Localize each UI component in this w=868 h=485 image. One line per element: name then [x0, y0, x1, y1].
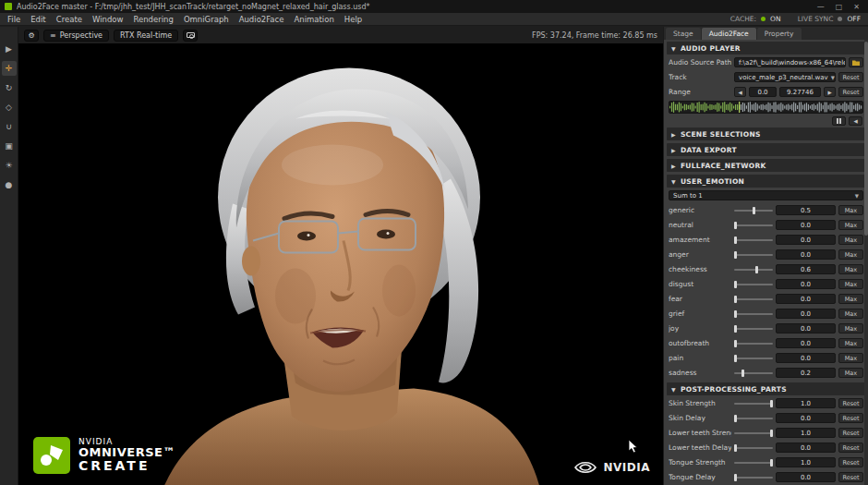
post-skin-delay-slider[interactable] — [734, 413, 773, 423]
range-reset-button[interactable]: Reset — [838, 87, 863, 97]
scale-tool-icon[interactable]: ◇ — [2, 100, 17, 115]
browse-folder-button[interactable] — [849, 57, 863, 67]
tab-stage[interactable]: Stage — [666, 28, 701, 40]
emotion-fear-slider[interactable] — [734, 294, 773, 304]
emotion-value[interactable]: 0.0 — [776, 294, 836, 304]
range-end-value[interactable]: 9.27746 — [779, 87, 821, 97]
section-header-user-emotion[interactable]: ▼ USER_EMOTION — [667, 175, 865, 188]
max-button[interactable]: Max — [838, 264, 863, 274]
emotion-value[interactable]: 0.0 — [776, 338, 836, 348]
post-param-value[interactable]: 0.0 — [776, 413, 836, 423]
reset-button[interactable]: Reset — [838, 413, 863, 423]
slider-handle[interactable] — [734, 415, 737, 422]
post-lower-teeth-strength-slider[interactable] — [734, 428, 773, 438]
reset-button[interactable]: Reset — [838, 428, 863, 438]
cache-value[interactable]: ON — [770, 15, 781, 23]
max-button[interactable]: Max — [838, 309, 863, 319]
max-button[interactable]: Max — [838, 249, 863, 260]
maximize-button[interactable]: □ — [836, 3, 843, 11]
audio-waveform[interactable] — [669, 101, 863, 114]
livesync-value[interactable]: OFF — [847, 15, 861, 23]
3d-viewport[interactable]: ⚙ ≡ Perspective RTX Real-time FPS: 37.24… — [18, 27, 663, 485]
minimize-button[interactable]: — — [817, 3, 825, 11]
slider-handle[interactable] — [770, 430, 773, 437]
close-button[interactable]: ✕ — [853, 3, 860, 11]
scrollbar-thumb[interactable] — [864, 42, 868, 236]
menu-item-edit[interactable]: Edit — [30, 15, 45, 24]
max-button[interactable]: Max — [838, 368, 863, 378]
slider-handle[interactable] — [770, 400, 773, 407]
frame-tool-icon[interactable]: ▣ — [2, 139, 17, 153]
slider-handle[interactable] — [734, 340, 737, 347]
slider-handle[interactable] — [741, 370, 744, 377]
renderer-button[interactable]: RTX Real-time — [114, 30, 178, 42]
rewind-button[interactable]: ◀ — [849, 116, 862, 126]
post-tongue-delay-slider[interactable] — [734, 472, 773, 482]
emotion-value[interactable]: 0.5 — [776, 205, 836, 215]
emotion-outofbreath-slider[interactable] — [734, 338, 773, 348]
emotion-value[interactable]: 0.0 — [776, 353, 836, 363]
menu-item-audio2face[interactable]: Audio2Face — [239, 15, 284, 24]
slider-handle[interactable] — [734, 281, 737, 288]
post-param-value[interactable]: 1.0 — [776, 398, 836, 408]
reset-button[interactable]: Reset — [838, 457, 863, 467]
emotion-pain-slider[interactable] — [734, 353, 773, 363]
physics-tool-icon[interactable]: ● — [2, 177, 17, 192]
emotion-value[interactable]: 0.6 — [776, 264, 836, 274]
tab-audio2face[interactable]: Audio2Face — [702, 28, 756, 40]
emotion-generic-slider[interactable] — [734, 205, 773, 215]
slider-handle[interactable] — [734, 222, 737, 229]
post-lower-teeth-delay-slider[interactable] — [734, 443, 773, 453]
move-tool-icon[interactable]: ✛ — [2, 61, 17, 76]
max-button[interactable]: Max — [838, 338, 863, 348]
range-start-value[interactable]: 0.0 — [749, 87, 777, 97]
post-tongue-strength-slider[interactable] — [734, 457, 773, 467]
section-header-fullface-network[interactable]: ▶FULLFACE_NETWORK — [667, 159, 865, 172]
snap-tool-icon[interactable]: ∪ — [2, 119, 17, 134]
slider-handle[interactable] — [734, 251, 737, 259]
menu-item-animation[interactable]: Animation — [294, 15, 333, 24]
slider-handle[interactable] — [734, 310, 737, 318]
menu-item-window[interactable]: Window — [92, 15, 124, 24]
emotion-value[interactable]: 0.0 — [776, 279, 836, 289]
max-button[interactable]: Max — [838, 353, 863, 363]
post-param-value[interactable]: 0.0 — [776, 472, 836, 482]
panel-scrollbar[interactable] — [864, 40, 868, 485]
capture-button[interactable] — [183, 30, 198, 42]
post-skin-strength-slider[interactable] — [734, 398, 773, 408]
post-param-value[interactable]: 1.0 — [776, 457, 836, 467]
emotion-value[interactable]: 0.0 — [776, 235, 836, 245]
emotion-value[interactable]: 0.0 — [776, 220, 836, 230]
emotion-cheekiness-slider[interactable] — [734, 264, 773, 274]
perspective-button[interactable]: ≡ Perspective — [43, 30, 109, 42]
reset-button[interactable]: Reset — [838, 398, 863, 408]
emotion-grief-slider[interactable] — [734, 309, 773, 319]
light-tool-icon[interactable]: ☀ — [2, 158, 17, 173]
track-dropdown[interactable]: voice_male_p3_neutral.wav ▼ — [734, 72, 836, 82]
slider-handle[interactable] — [734, 444, 737, 452]
slider-handle[interactable] — [755, 266, 758, 273]
pause-button[interactable] — [832, 116, 846, 126]
menu-item-file[interactable]: File — [7, 15, 20, 24]
max-button[interactable]: Max — [838, 235, 863, 245]
section-header-post-processing[interactable]: ▼ POST-PROCESSING_PARTS — [667, 382, 865, 395]
reset-button[interactable]: Reset — [838, 472, 863, 482]
emotion-mode-dropdown[interactable]: Sum to 1 ▼ — [669, 190, 863, 200]
audio-source-path-input[interactable]: f:\a2f\_build\windows-x86_64\release\e — [734, 57, 846, 67]
slider-handle[interactable] — [734, 474, 737, 481]
rotate-tool-icon[interactable]: ↻ — [2, 80, 17, 95]
slider-handle[interactable] — [734, 355, 737, 362]
slider-handle[interactable] — [734, 236, 737, 244]
max-button[interactable]: Max — [838, 205, 863, 215]
max-button[interactable]: Max — [838, 279, 863, 289]
emotion-anger-slider[interactable] — [734, 249, 773, 260]
emotion-disgust-slider[interactable] — [734, 279, 773, 289]
range-start-button[interactable]: ◀ — [734, 87, 746, 97]
range-end-button[interactable]: ▶ — [824, 87, 836, 97]
emotion-amazement-slider[interactable] — [734, 235, 773, 245]
reset-button[interactable]: Reset — [838, 443, 863, 453]
section-header-audio-player[interactable]: ▼ AUDIO PLAYER — [667, 42, 865, 55]
menu-item-omnigraph[interactable]: OmniGraph — [184, 15, 229, 24]
menu-item-create[interactable]: Create — [56, 15, 82, 24]
menu-item-rendering[interactable]: Rendering — [133, 15, 173, 24]
